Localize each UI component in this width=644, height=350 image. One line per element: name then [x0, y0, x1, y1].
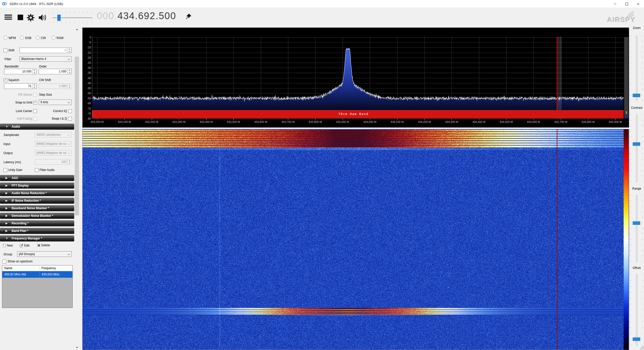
- correct-iq-checkbox[interactable]: [68, 109, 72, 113]
- freq-axis-label: 433,400 M: [196, 120, 216, 123]
- shift-checkbox[interactable]: [4, 49, 7, 52]
- scroll-up-button[interactable]: [74, 27, 79, 32]
- show-on-spectrum-checkbox[interactable]: [3, 260, 6, 263]
- freq-axis-label: 434,000 M: [360, 120, 380, 123]
- section-header-if-noise-reduction[interactable]: ▶IF Noise Reduction *: [0, 198, 74, 204]
- maximize-button[interactable]: [621, 0, 632, 8]
- volume-tick: [74, 22, 75, 23]
- minimize-button[interactable]: [609, 0, 621, 8]
- swap-iq-checkbox[interactable]: [68, 117, 72, 121]
- pin-icon[interactable]: [185, 13, 192, 20]
- frequency-display[interactable]: 000.434.692.500: [97, 11, 176, 21]
- section-header-frequency-manager[interactable]: ▼ Frequency Manager *: [0, 235, 74, 241]
- triangle-down-icon: ▼: [6, 124, 8, 130]
- volume-tick: [79, 22, 79, 23]
- shift-spinner[interactable]: ▲▼: [67, 48, 71, 53]
- snap-to-grid-checkbox[interactable]: ✓: [33, 101, 37, 104]
- order-input[interactable]: 1 000 ▲▼: [39, 69, 72, 74]
- speaker-icon[interactable]: [38, 14, 47, 22]
- lock-carrier-checkbox[interactable]: [33, 109, 37, 113]
- section-header-band-plan[interactable]: ▶Band Plan *: [0, 228, 74, 234]
- offset-slider-tick: [642, 280, 643, 281]
- freq-axis-label: 433,800 M: [305, 120, 325, 123]
- frequency-table[interactable]: Name Frequency 433,92 MHz AM433,920 MHz: [2, 265, 73, 308]
- zoom-slider-tick: [642, 100, 643, 100]
- frequency-table-row[interactable]: 433,92 MHz AM433,920 MHz: [2, 271, 72, 278]
- bandwidth-input[interactable]: 10 000 ▲▼: [4, 69, 37, 74]
- scroll-down-button[interactable]: [74, 345, 79, 350]
- zoom-slider-track[interactable]: [636, 36, 637, 101]
- stop-button[interactable]: [18, 15, 23, 20]
- radio-cw[interactable]: CW: [36, 36, 46, 40]
- group-dropdown[interactable]: [All Groups]: [17, 251, 72, 257]
- radio-dsb[interactable]: DSB: [20, 36, 31, 40]
- zoom-slider-handle[interactable]: [633, 94, 640, 97]
- resize-grip[interactable]: [640, 346, 643, 349]
- offset-slider-handle[interactable]: [633, 337, 640, 341]
- volume-handle[interactable]: [57, 15, 61, 21]
- contrast-slider-tick: [642, 181, 643, 182]
- offset-slider-track[interactable]: [636, 274, 637, 345]
- spectrum-offset-slider[interactable]: 3: [624, 37, 628, 118]
- db-axis-label: -10: [83, 46, 91, 49]
- filter-audio-checkbox[interactable]: [35, 168, 38, 172]
- anti-fading-label: Anti-Fading: [6, 117, 32, 120]
- section-header-recording[interactable]: ▶Recording *: [0, 220, 74, 226]
- offset-slider-tick: [630, 274, 631, 275]
- section-header-agc[interactable]: ▶AGC: [0, 175, 74, 181]
- filter-dropdown[interactable]: Blackman-Harris 4: [20, 56, 72, 62]
- db-axis-label: -40: [83, 77, 91, 80]
- waterfall-panel[interactable]: [82, 129, 629, 350]
- spectrum-panel[interactable]: 0-5-10-15-20-25-30-35-40-45-50-55-60-65-…: [82, 27, 629, 128]
- squelch-checkbox[interactable]: ✓: [4, 78, 7, 82]
- range-slider-tick: [630, 256, 631, 256]
- volume-tick: [92, 12, 92, 13]
- unity-gain-checkbox[interactable]: [4, 168, 7, 172]
- section-header-demodulator-noise-blanker[interactable]: ▶Demodulator Noise Blanker *: [0, 213, 74, 219]
- offset-slider-tick: [642, 327, 643, 328]
- freq-axis-tick: [561, 118, 561, 120]
- range-slider-track[interactable]: [636, 195, 637, 262]
- section-header-baseband-noise-blanker[interactable]: ▶Baseband Noise Blanker *: [0, 205, 74, 211]
- step-size-dropdown[interactable]: 5 kHz: [39, 99, 72, 105]
- spectrum-offset-thumb[interactable]: [624, 115, 628, 118]
- fm-delete-button[interactable]: Delete: [37, 243, 50, 248]
- triangle-right-icon: ▶: [6, 190, 8, 196]
- range-slider-tick: [630, 250, 631, 250]
- offset-slider-tick: [630, 316, 631, 316]
- fm-new-button[interactable]: New: [3, 243, 13, 248]
- spectrum-offset-value: 3: [624, 111, 628, 114]
- section-header-audio-noise-reduction[interactable]: ▶Audio Noise Reduction *: [0, 190, 74, 196]
- freq-axis-label: 433,200 M: [142, 120, 162, 123]
- contrast-slider-tick: [630, 142, 631, 143]
- db-axis-label: -20: [83, 56, 91, 59]
- settings-gear-icon[interactable]: [27, 14, 35, 22]
- triangle-down-icon: [76, 347, 78, 348]
- range-slider-tick: [630, 201, 631, 201]
- range-slider-handle[interactable]: [633, 221, 640, 225]
- section-header-audio[interactable]: ▼ Audio: [0, 124, 74, 130]
- freq-axis-tick: [397, 118, 397, 120]
- volume-tick: [70, 12, 70, 13]
- contrast-slider-track[interactable]: [636, 115, 637, 182]
- volume-slider[interactable]: [52, 12, 94, 23]
- freq-axis-tick: [343, 118, 343, 120]
- minimize-icon: [614, 4, 616, 4]
- radio-raw[interactable]: RAW: [52, 36, 64, 40]
- db-axis-label: -70: [83, 107, 91, 110]
- squelch-input[interactable]: 71 ▲▼: [4, 83, 37, 89]
- freq-axis-tick: [479, 118, 479, 120]
- section-header-fft-display[interactable]: ▶FFT Display: [0, 183, 74, 189]
- close-button[interactable]: ×: [632, 0, 644, 8]
- volume-tick: [53, 12, 53, 13]
- radio-wfm[interactable]: WFM: [4, 36, 16, 40]
- menu-button[interactable]: [5, 15, 12, 20]
- contrast-slider-handle[interactable]: [633, 142, 640, 146]
- scrollbar-thumb[interactable]: [75, 57, 79, 215]
- range-slider-tick: [642, 228, 643, 228]
- fm-edit-button[interactable]: Edit: [20, 243, 29, 248]
- waterfall-canvas[interactable]: [83, 129, 629, 350]
- zoom-slider-tick: [630, 52, 631, 52]
- shift-input[interactable]: 0 ▲▼: [20, 48, 72, 53]
- panel-scrollbar[interactable]: [74, 27, 79, 350]
